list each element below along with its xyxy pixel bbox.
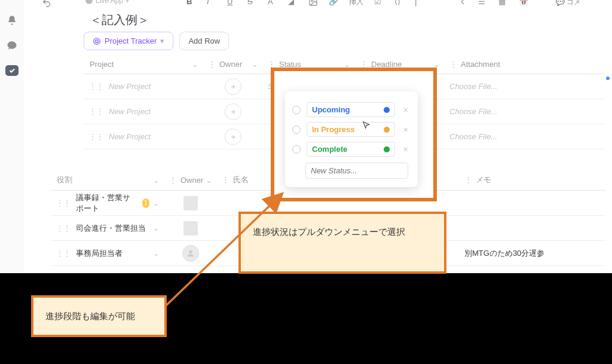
remove-option-icon[interactable]: × [401, 145, 411, 154]
strike-icon[interactable]: S [247, 0, 257, 7]
calendar-icon[interactable]: 📅 [519, 0, 528, 7]
callout-status-help: 進捗状況はプルダウンメニューで選択 [238, 212, 446, 274]
new-status-input[interactable] [305, 163, 408, 179]
add-owner-button[interactable]: ＋ [225, 103, 241, 120]
underline-icon[interactable]: U [227, 0, 237, 7]
status-popup-highlight: Upcoming × In Progress × Complete × [271, 68, 437, 201]
svg-point-5 [189, 250, 192, 253]
link-icon[interactable]: 🔗 [329, 0, 338, 7]
checkbox-icon[interactable] [5, 65, 19, 76]
remove-option-icon[interactable]: × [401, 125, 411, 134]
insert-label[interactable]: 挿入 [349, 0, 363, 7]
drag-handle-icon[interactable]: ⋮⋮ [88, 107, 103, 117]
left-sidebar [0, 0, 24, 275]
undo-icon[interactable] [42, 0, 51, 8]
status-option-inprogress[interactable]: In Progress × [291, 120, 412, 139]
add-owner-button[interactable]: ＋ [225, 78, 241, 95]
drag-handle-icon[interactable]: ⋮⋮ [56, 198, 70, 208]
share-icon[interactable] [458, 0, 467, 7]
callout-stage-edit: 進捗段階も編集が可能 [31, 295, 167, 337]
comment-button[interactable]: 💬 コメ [556, 0, 581, 7]
cursor-icon [362, 120, 371, 130]
drag-handle-icon[interactable]: ⋮⋮ [56, 249, 70, 258]
drag-handle-icon[interactable]: ⋮⋮ [88, 132, 103, 142]
notification-badge: 1 [142, 198, 149, 208]
image-icon[interactable] [308, 0, 318, 7]
bell-icon[interactable] [7, 15, 17, 26]
drag-handle-icon[interactable]: ⋮⋮ [88, 82, 103, 91]
checkbox-tool-icon[interactable]: ☑ [374, 0, 384, 7]
bold-icon[interactable]: B [186, 0, 196, 7]
svg-point-4 [96, 39, 99, 42]
radio-icon[interactable] [292, 106, 301, 114]
col-attachment-header[interactable]: ⋮Attachment [445, 56, 564, 74]
svg-point-0 [85, 0, 93, 4]
italic-icon[interactable]: I [207, 0, 216, 7]
example-heading: ＜記入例＞ [90, 12, 612, 28]
status-option-complete[interactable]: Complete × [291, 139, 412, 159]
status-dropdown[interactable]: Upcoming × In Progress × Complete × [285, 91, 418, 187]
col-memo-header[interactable]: ⋮メモ [460, 171, 579, 190]
avatar[interactable] [183, 221, 198, 235]
code-icon[interactable]: ⟨⟩ [394, 0, 404, 7]
quote-icon[interactable]: ⎡ [415, 0, 424, 7]
col-owner2-header[interactable]: ⋮Owner⌄ [164, 171, 217, 190]
avatar[interactable] [183, 196, 198, 210]
add-owner-button[interactable]: ＋ [225, 129, 241, 145]
project-tracker-button[interactable]: Project Tracker ▾ [84, 32, 173, 50]
status-option-upcoming[interactable]: Upcoming × [291, 100, 412, 120]
svg-point-2 [311, 0, 313, 1]
chat-icon[interactable] [7, 40, 17, 51]
add-row-button[interactable]: Add Row [179, 32, 229, 50]
menu-icon[interactable]: ☰ [478, 0, 488, 7]
live-app-button[interactable]: Live App ▾ [85, 0, 129, 5]
radio-icon[interactable] [292, 145, 301, 154]
drag-handle-icon[interactable]: ⋮⋮ [56, 224, 70, 233]
remove-option-icon[interactable]: × [401, 105, 411, 115]
avatar[interactable] [182, 245, 199, 262]
col-project-header[interactable]: Project⌄ [84, 56, 203, 74]
col-role-header[interactable]: 役割⌄ [51, 171, 164, 190]
col-owner-header[interactable]: ⋮Owner⌄ [203, 56, 263, 74]
top-toolbar: Live App ▾ B I U S A ◢ 🔗 挿入 ☑ ⟨⟩ ⎡ ☰ ▦ 📅… [36, 0, 612, 8]
svg-point-3 [94, 38, 100, 44]
highlight-icon[interactable]: ◢ [288, 0, 298, 7]
radio-icon[interactable] [292, 126, 301, 134]
presence-indicator [606, 77, 610, 80]
textcolor-icon[interactable]: A [268, 0, 277, 7]
grid-icon[interactable]: ▦ [498, 0, 508, 7]
